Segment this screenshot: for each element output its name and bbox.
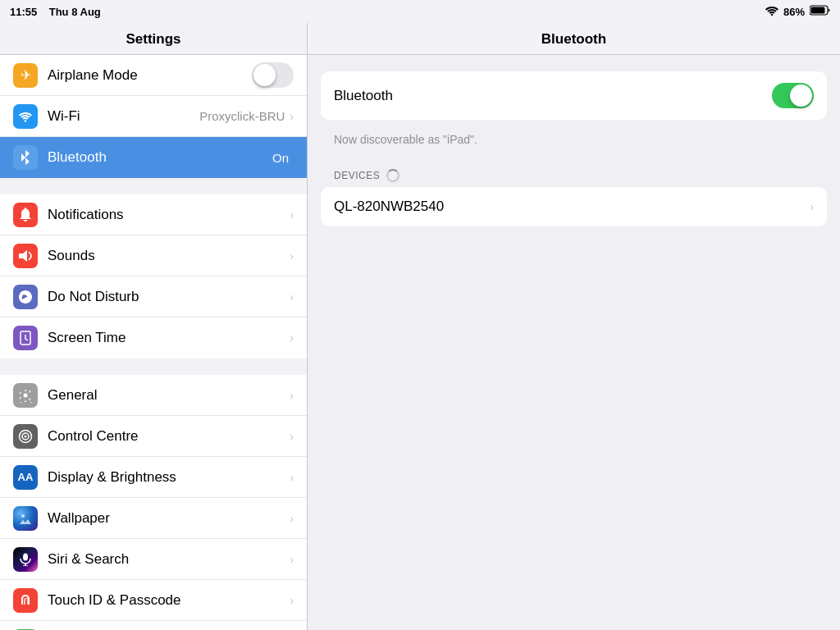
settings-group-notifications: Notifications › Sounds › [0, 194, 307, 358]
sidebar-item-notifications[interactable]: Notifications › [0, 194, 307, 235]
bluetooth-value: On [272, 151, 289, 165]
status-indicators: 86% [765, 5, 830, 18]
donotdisturb-chevron: › [290, 290, 294, 304]
bluetooth-settings-icon [13, 145, 38, 170]
status-time-date: 11:55 Thu 8 Aug [10, 6, 101, 18]
devices-section: DEVICES QL-820NWB2540 › [321, 154, 827, 238]
svg-point-3 [25, 120, 26, 121]
sidebar-content[interactable]: ✈ Airplane Mode [0, 55, 307, 630]
airplane-mode-knob [253, 64, 276, 86]
bluetooth-label: Bluetooth [48, 149, 272, 166]
screentime-icon [13, 326, 38, 350]
status-time: 11:55 [10, 6, 37, 18]
sidebar-item-sirisearch[interactable]: Siri & Search › [0, 539, 307, 580]
airplane-mode-icon: ✈ [13, 63, 38, 88]
screentime-label: Screen Time [48, 330, 290, 346]
svg-point-10 [21, 514, 25, 518]
sounds-chevron: › [290, 249, 294, 262]
wifi-chevron: › [290, 110, 294, 123]
sidebar-item-controlcentre[interactable]: Control Centre › [0, 416, 307, 457]
wallpaper-icon [13, 506, 38, 531]
touchid-icon [13, 588, 38, 613]
notifications-icon [13, 203, 38, 227]
sidebar-header: Settings [0, 23, 307, 55]
sidebar-gap-2 [0, 358, 307, 375]
displaybrightness-chevron: › [290, 471, 294, 484]
controlcentre-label: Control Centre [48, 428, 290, 445]
general-label: General [48, 387, 290, 404]
sidebar-item-wallpaper[interactable]: Wallpaper › [0, 498, 307, 539]
airplane-mode-label: Airplane Mode [48, 67, 252, 84]
sidebar-item-general[interactable]: General › [0, 375, 307, 416]
general-icon [13, 383, 38, 408]
detail-content: Bluetooth Now discoverable as "iPad". DE… [308, 55, 840, 630]
wallpaper-chevron: › [290, 512, 294, 525]
displaybrightness-label: Display & Brightness [48, 469, 290, 486]
wallpaper-label: Wallpaper [48, 510, 290, 527]
sidebar-item-screentime[interactable]: Screen Time › [0, 317, 307, 358]
airplane-mode-toggle[interactable] [252, 62, 294, 88]
bluetooth-toggle-label: Bluetooth [334, 88, 772, 104]
sidebar-item-bluetooth[interactable]: Bluetooth On [0, 137, 307, 178]
sounds-label: Sounds [48, 248, 290, 264]
touchid-label: Touch ID & Passcode [48, 592, 290, 609]
battery-percentage: 86% [783, 6, 805, 18]
devices-header: DEVICES [321, 162, 827, 187]
donotdisturb-icon [13, 285, 38, 309]
displaybrightness-icon: AA [13, 465, 38, 490]
sidebar-item-donotdisturb[interactable]: Do Not Disturb › [0, 276, 307, 317]
detail-panel: Bluetooth Bluetooth Now discoverable as … [308, 23, 840, 630]
bluetooth-toggle-section: Bluetooth [321, 71, 827, 120]
sirisearch-chevron: › [290, 553, 294, 566]
device-name: QL-820NWB2540 [334, 199, 810, 215]
status-bar: 11:55 Thu 8 Aug 86% [0, 0, 840, 23]
sidebar: Settings ✈ Airplane Mode [0, 23, 308, 630]
svg-point-0 [771, 13, 773, 15]
settings-group-connectivity: ✈ Airplane Mode [0, 55, 307, 178]
detail-title: Bluetooth [541, 31, 606, 47]
sidebar-item-sounds[interactable]: Sounds › [0, 235, 307, 276]
wifi-label: Wi-Fi [48, 108, 199, 125]
sidebar-item-displaybrightness[interactable]: AA Display & Brightness › [0, 457, 307, 498]
sounds-icon [13, 244, 38, 268]
notifications-label: Notifications [48, 207, 290, 223]
wifi-settings-icon [13, 104, 38, 129]
devices-loading-spinner [386, 169, 399, 182]
detail-header: Bluetooth [308, 23, 840, 55]
controlcentre-chevron: › [290, 430, 294, 443]
sidebar-title: Settings [126, 31, 180, 47]
svg-point-6 [24, 393, 28, 397]
sirisearch-icon [13, 547, 38, 572]
screentime-chevron: › [290, 331, 294, 345]
donotdisturb-label: Do Not Disturb [48, 289, 290, 305]
wifi-value: Proxyclick-BRU [199, 109, 285, 123]
controlcentre-icon [13, 424, 38, 449]
wifi-icon [765, 6, 778, 18]
sirisearch-label: Siri & Search [48, 551, 290, 568]
sidebar-item-wifi[interactable]: Wi-Fi Proxyclick-BRU › [0, 96, 307, 137]
settings-group-display: General › Control Centre › [0, 375, 307, 630]
bluetooth-toggle-knob [790, 84, 812, 107]
devices-label: DEVICES [334, 170, 380, 181]
battery-icon [810, 5, 830, 18]
sidebar-item-touchid[interactable]: Touch ID & Passcode › [0, 580, 307, 621]
notifications-chevron: › [290, 208, 294, 221]
svg-point-11 [23, 553, 28, 560]
status-date: Thu 8 Aug [49, 6, 101, 18]
main-container: Settings ✈ Airplane Mode [0, 23, 840, 630]
sidebar-item-battery[interactable]: Battery › [0, 621, 307, 630]
svg-rect-2 [811, 7, 825, 14]
bluetooth-toggle-row[interactable]: Bluetooth [321, 71, 827, 120]
general-chevron: › [290, 389, 294, 402]
svg-marker-4 [19, 250, 27, 262]
device-chevron: › [810, 200, 814, 213]
svg-point-9 [25, 435, 27, 437]
bluetooth-discoverable-text: Now discoverable as "iPad". [321, 128, 827, 154]
touchid-chevron: › [290, 594, 294, 607]
sidebar-gap-1 [0, 178, 307, 194]
device-item[interactable]: QL-820NWB2540 › [321, 187, 827, 226]
bluetooth-main-toggle[interactable] [772, 83, 814, 108]
devices-list: QL-820NWB2540 › [321, 187, 827, 226]
sidebar-item-airplane-mode[interactable]: ✈ Airplane Mode [0, 55, 307, 96]
